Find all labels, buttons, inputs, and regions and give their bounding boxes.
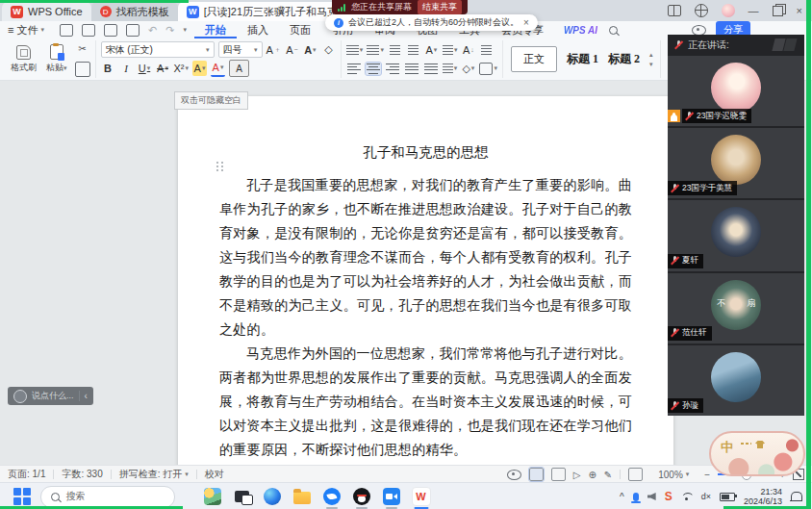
participant-tile[interactable]: 夏轩 xyxy=(668,200,804,270)
style-body-text[interactable]: 正文 xyxy=(511,46,557,72)
borders-button[interactable]: ▾ xyxy=(479,61,497,76)
align-left-button[interactable] xyxy=(346,63,362,75)
bullet-list-button[interactable]: ▾ xyxy=(346,42,364,58)
tab-docer-templates[interactable]: D 找稻壳模板 xyxy=(91,2,178,21)
text-effects-button[interactable]: A▾ xyxy=(303,42,317,58)
highlight-button[interactable]: A▾ xyxy=(192,61,207,76)
line-spacing-button[interactable]: ▾ xyxy=(443,61,458,76)
menu-item-page[interactable]: 页面 xyxy=(279,21,321,38)
distribute-button[interactable] xyxy=(423,63,439,75)
tab-wps-home[interactable]: W WPS Office xyxy=(2,2,91,21)
output-icon[interactable] xyxy=(82,24,95,37)
tray-expand-icon[interactable]: ^ xyxy=(620,492,624,502)
volume-muted-icon[interactable]: d× xyxy=(701,492,711,501)
outline-view-icon[interactable] xyxy=(551,468,566,481)
taskbar-search[interactable]: 搜索 xyxy=(40,486,175,508)
decorative-sticker[interactable]: 中 xyxy=(709,431,805,476)
decrease-font-button[interactable]: A− xyxy=(285,42,299,58)
collapse-left-icon[interactable]: ‹ xyxy=(85,391,88,401)
page-view-icon[interactable] xyxy=(529,468,544,481)
document-paragraph[interactable]: 马克思作为外国的一位思想家，我们常常将他与孔子进行对比。两者都为世界思想的发展作… xyxy=(219,342,632,462)
eye-protect-mode-icon[interactable] xyxy=(507,470,521,480)
chat-placeholder[interactable]: 说点什么... xyxy=(32,390,74,402)
font-color-button[interactable]: A▾ xyxy=(211,60,225,77)
microphone-tray-icon[interactable] xyxy=(633,493,639,501)
print-preview-icon[interactable] xyxy=(126,24,140,37)
clear-format-button[interactable]: ◇ xyxy=(321,42,336,58)
decrease-indent-button[interactable] xyxy=(388,42,402,58)
text-direction-button[interactable]: ▾ xyxy=(443,42,458,58)
strikethrough-button[interactable]: A▾ xyxy=(156,61,170,76)
eye-protect-icon[interactable] xyxy=(692,25,706,36)
print-icon[interactable] xyxy=(104,24,117,37)
document-title[interactable]: 孔子和马克思的思想 xyxy=(219,140,632,165)
word-count[interactable]: 字数: 330 xyxy=(54,468,110,481)
format-painter-button[interactable]: 格式刷 xyxy=(9,41,38,77)
proofread-button[interactable]: 校对 xyxy=(197,468,232,481)
file-explorer-icon[interactable] xyxy=(292,486,313,507)
menu-item-insert[interactable]: 插入 xyxy=(237,21,279,38)
task-view-icon[interactable] xyxy=(232,486,253,507)
document-page[interactable]: 双击可隐藏空白 孔子和马克思的思想 孔子是我国重要的思想家，对我们的教育产生了重… xyxy=(178,96,673,465)
web-view-icon[interactable]: ⊕ xyxy=(588,470,596,480)
shading-button[interactable]: ◇▾ xyxy=(461,61,475,76)
page-indicator[interactable]: 页面: 1/1 xyxy=(0,468,53,481)
zoom-out-button[interactable]: − xyxy=(704,470,710,480)
participant-tile[interactable]: 不 扇 范仕轩 xyxy=(668,273,804,344)
style-heading2[interactable]: 标题 2 xyxy=(608,51,640,67)
redo-icon[interactable]: ↷ xyxy=(165,24,174,37)
participant-tile[interactable]: 23国学于美慧 xyxy=(668,128,804,198)
document-paragraph[interactable]: 孔子是我国重要的思想家，对我们的教育产生了重要的影响。曲阜作为孔子的家乡，也不断… xyxy=(219,173,632,342)
widgets-icon[interactable] xyxy=(202,486,223,507)
paragraph-drag-handle-icon[interactable] xyxy=(216,162,223,172)
paste-button[interactable]: 粘贴▾ xyxy=(44,41,69,77)
show-marks-button[interactable] xyxy=(479,42,494,58)
superscript-button[interactable]: X²▾ xyxy=(174,61,190,76)
justify-button[interactable] xyxy=(404,63,419,75)
increase-font-button[interactable]: A＋ xyxy=(266,42,281,58)
copy-icon[interactable] xyxy=(75,62,90,77)
font-size-select[interactable]: 四号 ▾ xyxy=(218,41,263,58)
undo-icon[interactable]: ↶ xyxy=(148,24,157,37)
spellcheck-status[interactable]: 拼写检查: 打开▾ xyxy=(112,468,196,481)
play-view-icon[interactable]: ▷ xyxy=(573,470,581,480)
align-center-button[interactable] xyxy=(366,63,381,75)
battery-icon[interactable] xyxy=(720,493,735,501)
font-name-select[interactable]: 宋体 (正文) ▾ xyxy=(101,41,215,58)
numbered-list-button[interactable]: ▾ xyxy=(367,42,384,58)
start-button[interactable] xyxy=(13,488,31,505)
clock[interactable]: 21:34 2024/6/13 xyxy=(744,487,782,506)
spinner-down-icon[interactable]: ▾ xyxy=(649,61,653,68)
cut-icon[interactable]: ✂ xyxy=(76,41,89,55)
sogou-input-icon[interactable]: S xyxy=(665,490,672,503)
edge-browser-icon[interactable] xyxy=(262,486,283,507)
close-button[interactable]: × xyxy=(797,5,802,16)
increase-indent-button[interactable] xyxy=(406,42,420,58)
participant-tile[interactable]: 23国学迟晓雯 xyxy=(668,56,804,126)
bold-button[interactable]: B xyxy=(101,61,115,76)
style-heading1[interactable]: 标题 1 xyxy=(567,51,598,67)
italic-button[interactable]: I xyxy=(119,61,134,76)
audio-device-icon[interactable] xyxy=(647,493,656,500)
menu-item-home[interactable]: 开始 xyxy=(194,21,237,38)
chevron-down-icon[interactable]: ▾ xyxy=(183,26,187,34)
restore-button[interactable] xyxy=(773,6,783,16)
tencent-meeting-icon[interactable] xyxy=(381,486,402,507)
split-screen-icon[interactable] xyxy=(668,5,681,16)
toast-close-icon[interactable]: × xyxy=(523,17,529,28)
notification-bell-icon[interactable] xyxy=(791,492,802,501)
wifi-icon[interactable] xyxy=(681,493,693,500)
ink-annotate-icon[interactable]: ✎ xyxy=(604,470,612,480)
search-icon[interactable] xyxy=(609,26,618,35)
spinner-up-icon[interactable]: ▴ xyxy=(649,51,653,59)
zoom-level[interactable]: 100%▾ xyxy=(650,470,697,480)
wps-app-icon[interactable]: W xyxy=(411,486,432,507)
globe-icon[interactable] xyxy=(695,4,708,17)
sort-button[interactable]: A↓ xyxy=(461,42,475,58)
qq-icon[interactable] xyxy=(351,486,372,507)
hide-blank-tooltip[interactable]: 双击可隐藏空白 xyxy=(174,91,248,110)
minimize-button[interactable]: — xyxy=(749,5,759,16)
stop-share-button[interactable]: 结束共享 xyxy=(418,0,462,14)
account-avatar[interactable] xyxy=(722,4,735,17)
participant-tile[interactable]: 孙璇 xyxy=(668,345,804,416)
